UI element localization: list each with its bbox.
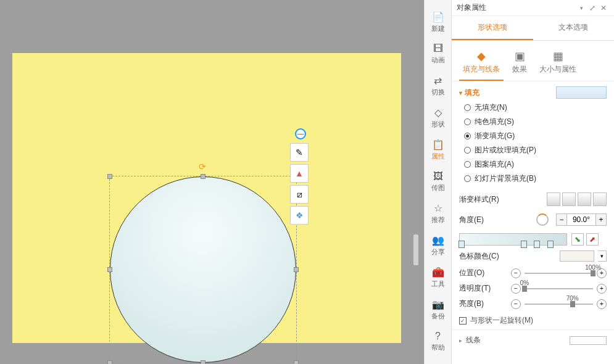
brightness-slider-increase[interactable]: + <box>597 299 607 309</box>
angle-decrease[interactable]: − <box>556 213 567 226</box>
sidebar-icon: 🎞 <box>433 43 443 54</box>
outline-tool[interactable]: ⧄ <box>290 185 309 204</box>
fill-option[interactable]: 渐变填充(G) <box>464 131 607 141</box>
line-preview-swatch[interactable] <box>570 336 607 345</box>
sidebar-item-备份[interactable]: 📷备份 <box>425 294 451 326</box>
gradient-style-option[interactable] <box>578 192 591 206</box>
canvas-area: ⟳ — ✎ ▲ ⧄ ❖ <box>0 0 424 364</box>
sidebar-item-形状[interactable]: ◇形状 <box>425 102 451 134</box>
sidebar-icon: ☆ <box>434 202 442 214</box>
angle-dial[interactable] <box>536 213 549 226</box>
sidebar-label: 备份 <box>431 312 445 321</box>
angle-value[interactable]: 90.0° <box>567 213 595 226</box>
gradient-style-option[interactable] <box>547 192 560 206</box>
gradient-stop[interactable] <box>521 241 527 248</box>
fill-option[interactable]: 无填充(N) <box>464 102 607 113</box>
opacity-slider[interactable]: 0% <box>525 288 593 289</box>
sidebar-item-工具[interactable]: 🧰工具 <box>425 262 451 294</box>
slider-thumb[interactable] <box>591 270 595 276</box>
brightness-slider[interactable]: 70% <box>525 304 593 305</box>
radio-icon <box>464 133 471 139</box>
tab-size-props[interactable]: ▦大小与属性 <box>536 47 580 81</box>
resize-handle[interactable] <box>294 267 299 272</box>
sidebar-icon: 🖼 <box>433 171 443 182</box>
gradient-style-label: 渐变样式(R) <box>459 194 507 205</box>
expand-icon[interactable]: ⤢ <box>587 4 598 12</box>
rotate-handle[interactable]: ⟳ <box>199 162 206 172</box>
gradient-stop[interactable] <box>534 241 540 248</box>
position-slider-decrease[interactable]: − <box>511 268 521 278</box>
angle-increase[interactable]: + <box>595 213 607 226</box>
sidebar-label: 切换 <box>431 88 445 97</box>
fill-option[interactable]: 纯色填充(S) <box>464 117 607 127</box>
gradient-stop[interactable] <box>547 241 554 248</box>
sidebar-item-动画[interactable]: 🎞动画 <box>425 38 451 70</box>
panel-drag-handle[interactable] <box>413 234 418 265</box>
sidebar-item-切换[interactable]: ⇄切换 <box>425 70 451 102</box>
tab-fill-line[interactable]: ◆填充与线条 <box>459 47 504 81</box>
circle-shape[interactable] <box>110 176 296 363</box>
resize-handle[interactable] <box>107 360 112 364</box>
fill-option[interactable]: 图片或纹理填充(P) <box>464 145 607 155</box>
remove-stop-icon[interactable]: ⬈ <box>586 233 599 246</box>
position-slider[interactable]: 100% <box>525 273 593 274</box>
close-icon[interactable]: ✕ <box>598 4 609 12</box>
fill-option[interactable]: 图案填充(A) <box>464 159 607 170</box>
sidebar-item-属性[interactable]: 📋属性 <box>425 134 451 166</box>
sidebar-item-新建[interactable]: 📄新建 <box>425 6 451 38</box>
resize-handle[interactable] <box>107 174 112 179</box>
color-dropdown-icon[interactable]: ▾ <box>598 250 607 262</box>
tab-shape-options[interactable]: 形状选项 <box>452 16 533 40</box>
sidebar-item-传图[interactable]: 🖼传图 <box>425 166 451 197</box>
sidebar-icon: 👥 <box>432 234 444 246</box>
resize-handle[interactable] <box>201 174 205 179</box>
sidebar-icon: ? <box>435 331 441 342</box>
sidebar-item-分享[interactable]: 👥分享 <box>425 230 451 262</box>
selected-shape[interactable]: ⟳ <box>110 176 296 363</box>
resize-handle[interactable] <box>201 360 205 364</box>
add-stop-icon[interactable]: ⬊ <box>571 233 584 246</box>
sidebar-item-帮助[interactable]: ?帮助 <box>425 326 451 357</box>
resize-handle[interactable] <box>107 267 112 272</box>
resize-handle[interactable] <box>294 360 299 364</box>
opacity-slider-decrease[interactable]: − <box>511 284 521 294</box>
layer-tool[interactable]: ❖ <box>290 206 309 225</box>
fill-option-label: 纯色填充(S) <box>475 117 514 127</box>
angle-label: 角度(E) <box>459 215 507 225</box>
sidebar-icon: ⇄ <box>434 75 442 86</box>
fill-tool[interactable]: ▲ <box>290 164 309 183</box>
slider-thumb[interactable] <box>570 301 575 307</box>
gradient-style-option[interactable] <box>562 192 576 206</box>
edit-tool[interactable]: ✎ <box>290 143 309 162</box>
fill-preview-swatch[interactable] <box>556 86 607 99</box>
delete-icon[interactable]: — <box>295 128 306 139</box>
stop-color-picker[interactable] <box>560 250 594 262</box>
gradient-stop[interactable] <box>458 241 465 248</box>
fill-option[interactable]: 幻灯片背景填充(B) <box>464 173 607 184</box>
opacity-slider-label: 透明度(T) <box>459 283 507 294</box>
tab-text-options[interactable]: 文本选项 <box>533 16 615 40</box>
gradient-style-option[interactable] <box>593 192 607 206</box>
sidebar-label: 形状 <box>431 120 445 129</box>
radio-icon <box>464 118 471 125</box>
sidebar-item-推荐[interactable]: ☆推荐 <box>425 197 451 230</box>
fill-option-label: 图片或纹理填充(P) <box>475 145 536 155</box>
sidebar-label: 传图 <box>431 183 445 192</box>
radio-icon <box>464 175 471 182</box>
sidebar-icon: 📷 <box>432 299 444 310</box>
sidebar-icon: 🧰 <box>432 267 444 278</box>
right-sidebar: 📄新建🎞动画⇄切换◇形状📋属性🖼传图☆推荐👥分享🧰工具📷备份?帮助 <box>424 0 451 364</box>
fill-option-label: 图案填充(A) <box>475 159 514 170</box>
fill-section-header[interactable]: ▾ 填充 <box>459 86 607 99</box>
line-section-header[interactable]: ▸ 线条 <box>452 329 614 350</box>
rotate-with-shape-checkbox[interactable]: ✓ <box>459 317 467 325</box>
grid-icon: ▦ <box>553 49 563 63</box>
slide[interactable]: ⟳ <box>12 53 401 343</box>
fill-option-label: 无填充(N) <box>475 102 507 113</box>
gradient-bar[interactable]: ⬊ ⬈ <box>459 233 567 246</box>
tab-effects[interactable]: ▣效果 <box>508 47 531 81</box>
brightness-slider-decrease[interactable]: − <box>511 299 521 309</box>
slider-thumb[interactable] <box>522 286 527 292</box>
cube-icon: ▣ <box>515 49 525 63</box>
opacity-slider-increase[interactable]: + <box>597 284 607 294</box>
